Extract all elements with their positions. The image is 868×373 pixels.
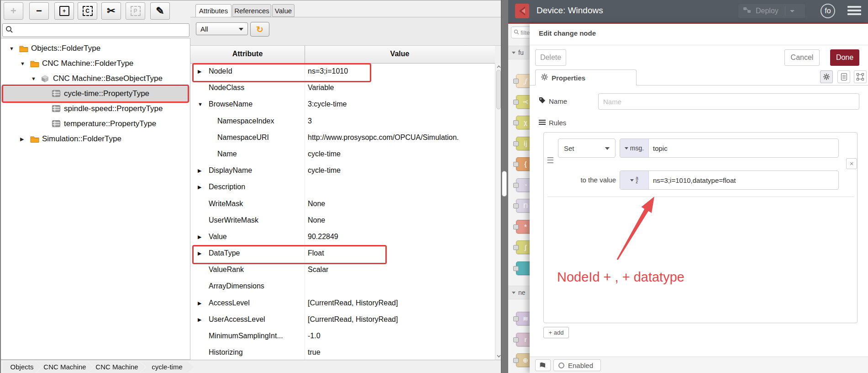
copy-button[interactable]: C bbox=[78, 2, 97, 20]
palette-category-fu[interactable]: fu bbox=[508, 46, 530, 59]
string-type-chip[interactable]: a z bbox=[620, 171, 649, 189]
breadcrumb-tab-cnc-machine[interactable]: CNC Machine bbox=[89, 362, 145, 373]
breadcrumb-tab-cnc-machine[interactable]: CNC Machine bbox=[37, 362, 93, 373]
table-row[interactable]: ▶AccessLevel[CurrentRead, HistoryRead] bbox=[190, 295, 495, 312]
expander-closed-icon[interactable]: ▶ bbox=[198, 317, 201, 323]
rule-divider bbox=[547, 197, 854, 197]
tab-properties[interactable]: Properties bbox=[535, 69, 637, 85]
expander-open-icon[interactable]: ▼ bbox=[31, 76, 36, 81]
rule-drag-handle[interactable]: ☰ bbox=[547, 155, 554, 165]
opcua-browser-window: +−+C✂P✎ ▼Objects::FolderType▼CNC Machine… bbox=[0, 0, 501, 373]
properties-gear-button[interactable] bbox=[820, 70, 833, 83]
palette-category-label: ne bbox=[518, 289, 526, 296]
description-doc-button[interactable] bbox=[837, 70, 850, 83]
expander-open-icon[interactable]: ▼ bbox=[9, 46, 14, 51]
deploy-button[interactable]: Deploy bbox=[738, 3, 805, 19]
palette-category-ne[interactable]: ne bbox=[508, 286, 530, 299]
tree-search-box[interactable] bbox=[2, 23, 189, 37]
tab-attributes[interactable]: Attributes bbox=[195, 4, 231, 17]
expander-closed-icon[interactable]: ▶ bbox=[198, 69, 201, 75]
expander-closed-icon[interactable]: ▶ bbox=[198, 168, 201, 174]
attribute-filterbar: All ↻ bbox=[190, 17, 502, 46]
table-row[interactable]: ▼BrowseName3:cycle-time bbox=[190, 96, 495, 113]
table-row[interactable]: ArrayDimensions bbox=[190, 278, 495, 295]
refresh-button[interactable]: ↻ bbox=[250, 22, 269, 37]
attribute-table-header: Attribute Value bbox=[190, 46, 495, 64]
appearance-button[interactable] bbox=[854, 70, 867, 83]
table-row[interactable]: ▶DataTypeFloat bbox=[190, 245, 495, 262]
tab-value[interactable]: Value bbox=[272, 4, 295, 17]
done-button[interactable]: Done bbox=[830, 49, 859, 66]
cut-button[interactable]: ✂ bbox=[101, 2, 121, 20]
table-row[interactable]: ▶UserAccessLevel[CurrentRead, HistoryRea… bbox=[190, 312, 495, 328]
column-divider-light bbox=[305, 80, 305, 96]
breadcrumb-tab-cycle-time[interactable]: cycle-time bbox=[141, 362, 194, 373]
search-input[interactable] bbox=[15, 26, 189, 35]
tree-item-spindle-speed-propertytype[interactable]: spindle-speed::PropertyType bbox=[1, 101, 190, 117]
expander-closed-icon[interactable]: ▶ bbox=[198, 250, 201, 256]
attribute-filter-dropdown[interactable]: All bbox=[196, 22, 248, 35]
table-row[interactable]: Historizingtrue bbox=[190, 345, 495, 361]
tree-item-simulation-foldertype[interactable]: ▶Simulation::FolderType bbox=[1, 132, 190, 147]
chevron-down-icon bbox=[630, 179, 634, 181]
enabled-toggle-button[interactable]: Enabled bbox=[553, 359, 601, 371]
node-port bbox=[513, 224, 519, 229]
tag-icon bbox=[539, 97, 546, 105]
remove-button[interactable]: − bbox=[29, 2, 49, 20]
expander-closed-icon[interactable]: ▶ bbox=[198, 234, 201, 240]
table-row[interactable]: ▶NodeIdns=3;i=1010 bbox=[190, 64, 495, 80]
scrollbar-thumb[interactable] bbox=[496, 70, 501, 109]
expander-closed-icon[interactable]: ▶ bbox=[198, 300, 201, 306]
edit-button[interactable]: ✎ bbox=[150, 2, 170, 20]
menu-icon[interactable] bbox=[847, 6, 861, 16]
attribute-name: NamespaceURI bbox=[217, 133, 269, 142]
palette-search-box[interactable]: filte bbox=[511, 27, 530, 38]
tree-item-cnc-machine-baseobjecttype[interactable]: ▼CNC Machine::BaseObjectType bbox=[1, 71, 190, 86]
rule-property-input[interactable] bbox=[649, 139, 838, 157]
docs-book-button[interactable] bbox=[535, 359, 551, 371]
table-row[interactable]: NamespaceIndex3 bbox=[190, 113, 495, 130]
table-row[interactable]: ▶DisplayNamecycle-time bbox=[190, 163, 495, 179]
table-row[interactable]: WriteMaskNone bbox=[190, 196, 495, 213]
tab-references[interactable]: References bbox=[232, 4, 271, 17]
chevron-down-icon[interactable] bbox=[790, 10, 794, 12]
breadcrumb-tab-objects[interactable]: Objects bbox=[3, 362, 41, 373]
delete-button[interactable]: Delete bbox=[535, 49, 566, 66]
tree-item-objects-foldertype[interactable]: ▼Objects::FolderType bbox=[1, 41, 190, 56]
tree-item-label: CNC Machine::FolderType bbox=[42, 59, 133, 68]
cancel-button[interactable]: Cancel bbox=[784, 49, 820, 66]
scroll-up-icon[interactable] bbox=[497, 64, 501, 69]
user-badge[interactable]: fo bbox=[821, 4, 835, 18]
table-row[interactable]: NodeClassVariable bbox=[190, 80, 495, 96]
expander-closed-icon[interactable]: ▶ bbox=[198, 184, 201, 190]
expander-open-icon[interactable]: ▼ bbox=[20, 61, 25, 66]
rule-value-input[interactable] bbox=[649, 171, 838, 189]
separator-scroll-thumb[interactable] bbox=[502, 171, 507, 197]
table-row[interactable]: MinimumSamplingInt...-1.0 bbox=[190, 328, 495, 345]
expander-open-icon[interactable]: ▼ bbox=[198, 101, 203, 107]
remove-rule-button[interactable]: × bbox=[846, 158, 857, 169]
table-row[interactable]: ValueRankScalar bbox=[190, 262, 495, 278]
table-row[interactable]: ▶Description bbox=[190, 179, 495, 196]
tree-item-cnc-machine-foldertype[interactable]: ▼CNC Machine::FolderType bbox=[1, 56, 190, 71]
add-rule-button[interactable]: + add bbox=[543, 327, 569, 338]
scroll-down-icon[interactable] bbox=[497, 354, 501, 359]
table-row[interactable]: Namecycle-time bbox=[190, 146, 495, 163]
table-row[interactable]: NamespaceURIhttp://www.prosysopc.com/OPC… bbox=[190, 130, 495, 146]
table-row[interactable]: ▶Value90.22849 bbox=[190, 229, 495, 245]
range-node-icon: ij bbox=[524, 140, 527, 147]
tree-item-cycle-time-propertytype[interactable]: cycle-time::PropertyType bbox=[1, 86, 190, 101]
node-port bbox=[513, 183, 519, 188]
duplicate-button[interactable]: + bbox=[54, 2, 74, 20]
name-input[interactable] bbox=[598, 93, 859, 110]
expander-closed-icon[interactable]: ▶ bbox=[20, 136, 24, 142]
rule-action-select[interactable]: Set bbox=[558, 139, 615, 158]
column-divider-light bbox=[305, 113, 305, 130]
msg-type-chip[interactable]: msg. bbox=[620, 139, 649, 157]
attribute-name: DataType bbox=[209, 249, 240, 257]
table-row[interactable]: UserWriteMaskNone bbox=[190, 213, 495, 229]
breadcrumb-label: cycle-time bbox=[152, 363, 183, 371]
tree-item-temperature-propertytype[interactable]: temperature::PropertyType bbox=[1, 117, 190, 132]
deploy-icon bbox=[743, 6, 752, 16]
column-divider-light bbox=[305, 295, 305, 312]
